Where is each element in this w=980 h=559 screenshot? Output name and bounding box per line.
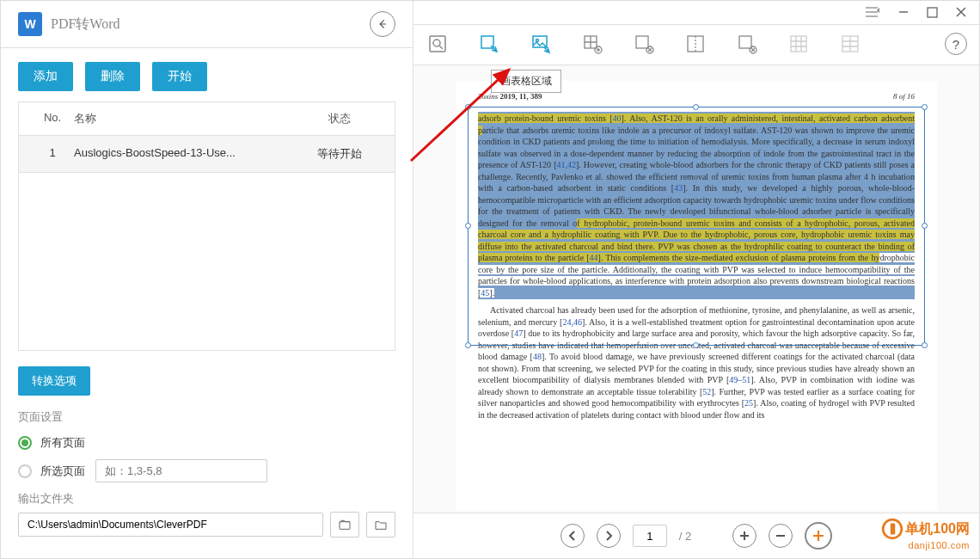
resize-handle[interactable] [465, 104, 471, 110]
row-name: Auslogics-BoostSpeed-13-Use... [74, 146, 297, 162]
tooltip: 画表格区域 [491, 70, 561, 93]
next-page-button[interactable] [597, 524, 621, 548]
col-status: 状态 [297, 111, 383, 126]
col-name: 名称 [74, 111, 297, 126]
selected-pages-label: 所选页面 [40, 464, 85, 479]
word-app-icon: W [18, 12, 42, 36]
convert-options-button[interactable]: 转换选项 [18, 366, 90, 396]
resize-handle[interactable] [465, 223, 471, 229]
resize-handle[interactable] [693, 104, 699, 110]
resize-handle[interactable] [922, 223, 928, 229]
svg-rect-19 [891, 523, 895, 534]
remove-area-icon[interactable] [735, 32, 759, 56]
row-status: 等待开始 [297, 146, 383, 162]
svg-rect-1 [928, 8, 937, 17]
selected-pages-radio[interactable] [18, 464, 32, 478]
resize-handle[interactable] [922, 104, 928, 110]
watermark: 单机100网 danji100.com [881, 518, 970, 550]
split-vertical-icon[interactable] [683, 32, 707, 56]
delete-button[interactable]: 删除 [85, 62, 140, 91]
table-grid-icon[interactable] [787, 32, 811, 56]
add-button[interactable]: 添加 [18, 62, 73, 91]
resize-handle[interactable] [465, 342, 471, 348]
output-folder-label: 输出文件夹 [18, 491, 395, 507]
zoom-in-button[interactable] [732, 524, 756, 548]
remove-table-icon[interactable] [632, 32, 656, 56]
fit-button[interactable] [805, 522, 832, 550]
menu-icon[interactable] [865, 6, 880, 21]
all-pages-label: 所有页面 [40, 435, 85, 451]
file-table: No. 名称 状态 1 Auslogics-BoostSpeed-13-Use.… [18, 101, 395, 351]
page-number-input[interactable] [633, 525, 667, 547]
output-path-input[interactable] [18, 513, 323, 537]
page-total: / 2 [679, 530, 691, 543]
svg-rect-14 [791, 36, 806, 52]
maximize-button[interactable] [927, 7, 938, 21]
prev-page-button[interactable] [560, 524, 585, 548]
back-button[interactable] [370, 11, 395, 37]
row-no: 1 [31, 146, 74, 162]
draw-text-area-icon[interactable] [477, 32, 501, 56]
page-title: PDF转Word [51, 15, 120, 34]
open-folder-button[interactable] [330, 512, 359, 538]
all-pages-radio[interactable] [18, 436, 32, 450]
resize-handle[interactable] [922, 342, 928, 348]
document-text: adsorb protein-bound uremic toxins [40].… [478, 112, 915, 299]
document-viewport[interactable]: Toxins 2019, 11, 389 8 of 16 adsorb prot… [413, 65, 979, 513]
svg-rect-0 [340, 522, 350, 530]
table-row[interactable]: 1 Auslogics-BoostSpeed-13-Use... 等待开始 [19, 136, 395, 173]
page-range-input[interactable] [95, 459, 267, 482]
add-table-icon[interactable] [580, 32, 604, 56]
help-button[interactable]: ? [945, 33, 967, 55]
logo-icon [881, 518, 903, 540]
preview-icon[interactable] [426, 32, 450, 56]
close-button[interactable] [955, 6, 967, 21]
svg-rect-2 [430, 36, 445, 52]
draw-image-area-icon[interactable] [529, 32, 553, 56]
zoom-out-button[interactable] [769, 524, 793, 548]
svg-rect-9 [636, 36, 648, 48]
minimize-button[interactable] [897, 6, 910, 21]
document-page: Toxins 2019, 11, 389 8 of 16 adsorb prot… [456, 81, 937, 511]
table-grid-alt-icon[interactable] [838, 32, 862, 56]
document-text: Activated charcoal has already been used… [478, 304, 915, 421]
svg-point-3 [433, 40, 440, 46]
start-button[interactable]: 开始 [152, 62, 207, 91]
page-settings-label: 页面设置 [18, 409, 395, 425]
col-no: No. [31, 111, 74, 126]
svg-rect-12 [739, 36, 751, 48]
browse-folder-button[interactable] [366, 512, 395, 538]
